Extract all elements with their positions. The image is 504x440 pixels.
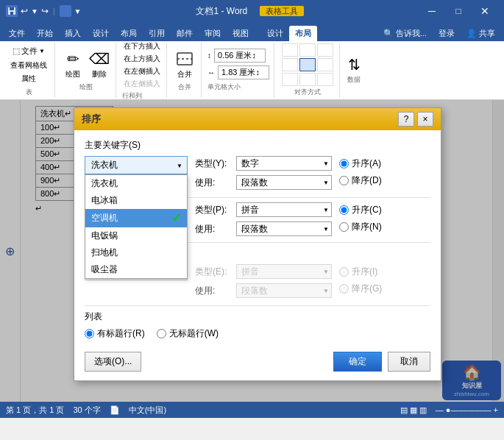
- cell-height-row: ↕ 0.56 厘米↕: [207, 49, 269, 63]
- sep1: |: [53, 7, 55, 15]
- tab-home[interactable]: 开始: [31, 26, 59, 41]
- share-btn[interactable]: 👤 共享: [461, 26, 501, 41]
- third-type-select-wrapper: 拼音 ▼: [236, 264, 332, 279]
- dropdown-item-4[interactable]: 扫地机: [85, 244, 187, 261]
- lang-icon: 📄: [110, 405, 120, 415]
- toolbar-group-rows: 在下方插入 在上方插入 在左侧插入 在左侧插入 行和列: [118, 43, 167, 98]
- login-btn[interactable]: 登录: [433, 26, 461, 41]
- toolbar: ⬚ 文件 ▼ 查看网格线 属性 表 ✏ 绘图 ⌫ 删除 绘图 在下方插入 在上方…: [0, 41, 504, 100]
- align-tl-btn[interactable]: [282, 43, 298, 57]
- minimize-btn[interactable]: ─: [419, 1, 445, 21]
- view-grid-btn[interactable]: 查看网格线: [7, 60, 50, 71]
- select-btn[interactable]: ⬚ 文件 ▼: [10, 44, 48, 58]
- tab-table-layout[interactable]: 布局: [289, 26, 317, 41]
- svg-rect-1: [10, 7, 14, 10]
- align-mc-btn[interactable]: [299, 58, 316, 71]
- middle-type-select[interactable]: 拼音 数字 笔划: [236, 202, 332, 217]
- primary-asc-radio[interactable]: 升序(A): [339, 157, 382, 170]
- tab-review[interactable]: 审阅: [199, 26, 227, 41]
- primary-use-select[interactable]: 段落数 字段: [236, 175, 332, 190]
- select-icon: ⬚: [13, 46, 20, 56]
- sort-icon[interactable]: ⇅: [348, 56, 361, 74]
- undo-btn[interactable]: ↩: [21, 6, 28, 16]
- primary-dropdown[interactable]: 洗衣机 ▼: [85, 156, 188, 174]
- middle-type-label: 类型(P):: [195, 204, 232, 216]
- redo-btn[interactable]: ↪: [41, 6, 49, 16]
- print-icon[interactable]: [60, 5, 71, 17]
- cancel-btn[interactable]: 取消: [388, 352, 430, 372]
- cell-height-input[interactable]: 0.56 厘米↕: [214, 49, 266, 63]
- middle-use-label: 使用:: [195, 223, 232, 235]
- properties-btn[interactable]: 属性: [18, 73, 39, 85]
- align-br-btn[interactable]: [317, 73, 333, 86]
- align-ml-btn[interactable]: [282, 58, 298, 71]
- dialog-close-btn[interactable]: ×: [417, 112, 433, 127]
- middle-asc-radio[interactable]: 升序(C): [339, 204, 382, 216]
- insert-right-btn[interactable]: 在左侧插入: [122, 78, 162, 90]
- options-btn[interactable]: 选项(O)...: [85, 352, 141, 372]
- tab-mail[interactable]: 邮件: [171, 26, 199, 41]
- middle-desc-radio[interactable]: 降序(N): [339, 221, 382, 233]
- dialog-title-bar: 排序 ? ×: [74, 108, 441, 130]
- tab-ref[interactable]: 引用: [143, 26, 171, 41]
- delete-btn[interactable]: ⌫ 删除: [89, 49, 110, 79]
- primary-order-section: 升序(A) 降序(D): [339, 156, 382, 187]
- cell-width-input[interactable]: 1.83 厘米↕: [218, 65, 269, 79]
- list-no-header-radio[interactable]: 无标题行(W): [157, 327, 219, 340]
- third-use-select: 段落数: [236, 283, 332, 298]
- draw-btn[interactable]: ✏ 绘图: [63, 49, 83, 79]
- middle-use-select[interactable]: 段落数 字段: [236, 221, 332, 236]
- ok-btn[interactable]: 确定: [333, 352, 382, 372]
- third-type-label: 类型(E):: [195, 266, 232, 278]
- primary-use-row: 使用: 段落数 字段 ▼: [195, 175, 332, 190]
- merge-btn[interactable]: 合并: [174, 49, 195, 79]
- list-with-header-radio[interactable]: 有标题行(R): [85, 327, 145, 340]
- tab-layout[interactable]: 布局: [115, 26, 143, 41]
- toolbar-group-table: ⬚ 文件 ▼ 查看网格线 属性 表: [3, 43, 55, 98]
- tab-insert[interactable]: 插入: [59, 26, 87, 41]
- align-bc-btn[interactable]: [299, 73, 316, 86]
- third-asc-radio[interactable]: 升序(I): [339, 266, 382, 278]
- dropdown-item-3[interactable]: 电饭锅: [85, 227, 187, 244]
- draw-btns: ✏ 绘图 ⌫ 删除: [63, 49, 110, 79]
- tab-table-design[interactable]: 设计: [261, 26, 289, 41]
- align-grid: [282, 43, 333, 86]
- tab-file[interactable]: 文件: [3, 26, 31, 41]
- dropdown-item-0[interactable]: 洗衣机: [85, 175, 187, 192]
- maximize-btn[interactable]: □: [445, 1, 472, 21]
- align-mr-btn[interactable]: [317, 58, 333, 71]
- dialog-title-text: 排序: [82, 113, 101, 126]
- primary-dropdown-container: 洗衣机 ▼ 洗衣机 电冰箱 空调机 ✓ 电: [85, 156, 188, 174]
- checkmark-icon: ✓: [171, 211, 181, 225]
- insert-below-btn[interactable]: 在下方插入: [122, 40, 162, 52]
- primary-use-select-wrapper: 段落数 字段 ▼: [236, 175, 332, 190]
- cell-width-row: ↔ 1.83 厘米↕: [207, 65, 269, 79]
- align-tc-btn[interactable]: [299, 43, 316, 57]
- tab-design[interactable]: 设计: [87, 26, 115, 41]
- status-view-icons: ▤ ▦ ▥: [400, 405, 427, 415]
- third-desc-radio[interactable]: 降序(G): [339, 283, 382, 295]
- language: 中文(中国): [129, 405, 166, 416]
- primary-type-section: 类型(Y): 数字 拼音 笔划 ▼: [195, 156, 332, 190]
- draw-group-label: 绘图: [79, 82, 93, 92]
- insert-left-btn[interactable]: 在左侧插入: [122, 65, 162, 77]
- dropdown-item-2[interactable]: 空调机 ✓: [85, 209, 187, 227]
- save-icon[interactable]: [6, 5, 18, 17]
- dropdown-item-5[interactable]: 吸尘器: [85, 261, 187, 278]
- toolbar-group-draw: ✏ 绘图 ⌫ 删除 绘图: [57, 43, 116, 98]
- primary-dropdown-list: 洗衣机 电冰箱 空调机 ✓ 电饭锅 扫地机 吸尘器: [85, 174, 188, 279]
- dialog-help-btn[interactable]: ?: [398, 112, 414, 127]
- page-info: 第 1 页，共 1 页: [6, 405, 64, 416]
- status-zoom: — ●————— +: [436, 405, 498, 414]
- align-tr-btn[interactable]: [317, 43, 333, 57]
- tab-view[interactable]: 视图: [227, 26, 255, 41]
- third-type-section: 类型(E): 拼音 ▼ 使用:: [195, 264, 332, 298]
- help-btn[interactable]: 🔍 告诉我...: [377, 26, 433, 41]
- close-btn[interactable]: ✕: [472, 1, 498, 21]
- align-bl-btn[interactable]: [282, 73, 298, 86]
- dropdown-item-1[interactable]: 电冰箱: [85, 192, 187, 209]
- primary-type-select[interactable]: 数字 拼音 笔划: [236, 156, 332, 171]
- insert-above-btn[interactable]: 在上方插入: [122, 53, 162, 65]
- primary-desc-radio[interactable]: 降序(D): [339, 174, 382, 187]
- customize-arrow[interactable]: ▼: [74, 7, 82, 15]
